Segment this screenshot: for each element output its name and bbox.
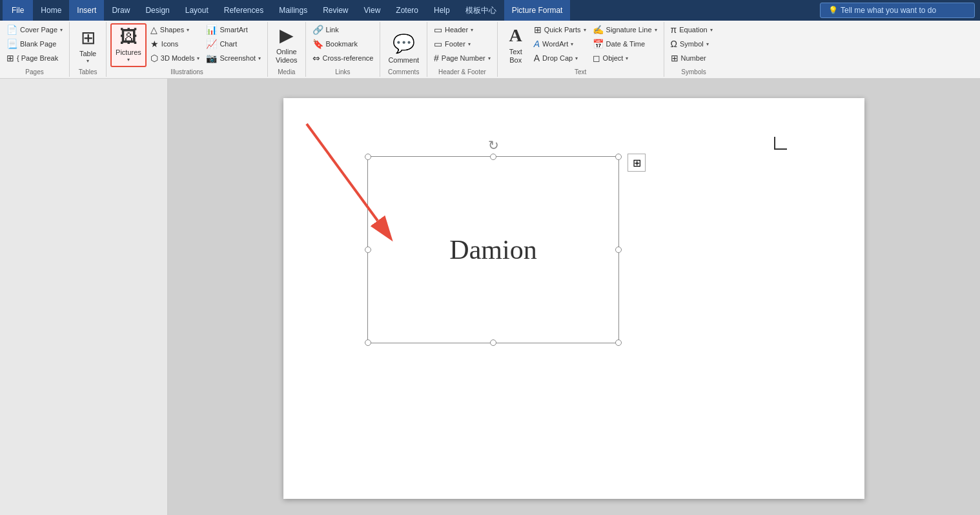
shapes-dropdown: ▾ [187, 27, 189, 34]
signature-line-icon: ✍ [593, 25, 604, 35]
layout-options-button[interactable]: ⊞ [628, 154, 646, 172]
tab-layout[interactable]: Layout [178, 0, 216, 21]
header-dropdown: ▾ [471, 27, 473, 34]
comment-button[interactable]: 💬 Comment [384, 23, 423, 67]
tab-zotero[interactable]: Zotero [388, 0, 426, 21]
smartart-button[interactable]: 📊 SmartArt [203, 23, 263, 37]
ribbon-tab-bar: File Home Insert Draw Design Layout Refe… [0, 0, 980, 21]
equation-icon: π [671, 25, 677, 35]
symbol-button[interactable]: Ω Symbol ▾ [668, 37, 720, 52]
table-button[interactable]: ⊞ Table ▾ [74, 23, 102, 67]
number-label: Number [681, 54, 706, 63]
headerfooter-group-label: Header & Footer [431, 67, 493, 76]
object-button[interactable]: ◻ Object ▾ [590, 52, 660, 66]
symbols-group-label: Symbols [668, 67, 720, 76]
rotate-handle[interactable]: ↻ [485, 137, 501, 153]
tab-insert[interactable]: Insert [69, 0, 104, 21]
tables-group-items: ⊞ Table ▾ [74, 23, 102, 67]
pictures-button[interactable]: 🖼 Pictures ▾ [110, 23, 147, 67]
icons-label: Icons [161, 40, 178, 48]
pages-group-items: 📄 Cover Page ▾ 📃 Blank Page ⊞ { Page Bre… [4, 23, 65, 67]
drop-cap-dropdown: ▾ [575, 56, 578, 62]
layout-options-icon: ⊞ [633, 157, 641, 169]
shapes-label: Shapes [160, 26, 184, 34]
ribbon-group-illustrations: 🖼 Pictures ▾ △ Shapes ▾ ★ Icons ⬡ [107, 22, 268, 77]
drop-cap-button[interactable]: A Drop Cap ▾ [531, 52, 589, 66]
wordart-button[interactable]: A WordArt ▾ [531, 37, 589, 52]
online-videos-button[interactable]: ▶ OnlineVideos [272, 23, 301, 67]
icons-button[interactable]: ★ Icons [148, 37, 203, 52]
quick-parts-icon: ⊞ [534, 25, 542, 35]
handle-middle-right[interactable] [615, 247, 622, 253]
equation-button[interactable]: π Equation ▾ [668, 23, 720, 37]
handle-top-left[interactable] [365, 154, 371, 160]
number-icon: ⊞ [671, 53, 679, 64]
object-dropdown: ▾ [626, 56, 628, 62]
page-number-dropdown: ▾ [488, 56, 491, 62]
drop-cap-icon: A [534, 53, 540, 64]
pictures-dropdown: ▾ [127, 57, 130, 63]
3d-models-button[interactable]: ⬡ 3D Models ▾ [148, 52, 203, 66]
icons-icon: ★ [150, 39, 159, 50]
selection-box[interactable]: ↻ ⊞ Damion [367, 156, 619, 343]
header-button[interactable]: ▭ Header ▾ [431, 23, 493, 37]
chart-button[interactable]: 📈 Chart [203, 37, 263, 52]
tab-help[interactable]: Help [426, 0, 458, 21]
handle-middle-left[interactable] [365, 247, 371, 253]
footer-dropdown: ▾ [468, 41, 471, 48]
page-number-button[interactable]: # Page Number ▾ [431, 52, 493, 66]
signature-text: Damion [449, 234, 536, 265]
link-icon: 🔗 [312, 25, 323, 35]
tab-draw[interactable]: Draw [104, 0, 138, 21]
number-button[interactable]: ⊞ Number [668, 52, 720, 66]
text-box-button[interactable]: A TextBox [502, 23, 530, 67]
bookmark-button[interactable]: 🔖 Bookmark [310, 37, 376, 52]
equation-label: Equation [679, 26, 707, 34]
link-label: Link [326, 26, 339, 34]
footer-button[interactable]: ▭ Footer ▾ [431, 37, 493, 52]
page-number-label: Page Number [442, 54, 485, 63]
symbol-icon: Ω [671, 39, 677, 50]
cover-page-button[interactable]: 📄 Cover Page ▾ [4, 23, 65, 37]
tab-view[interactable]: View [356, 0, 389, 21]
drop-cap-label: Drop Cap [542, 54, 573, 63]
ribbon-commands: 📄 Cover Page ▾ 📃 Blank Page ⊞ { Page Bre… [0, 21, 980, 79]
search-text: Tell me what you want to do [841, 6, 936, 15]
doc-area: ↻ ⊞ Damion [168, 79, 980, 515]
shapes-button[interactable]: △ Shapes ▾ [148, 23, 203, 37]
comment-label: Comment [388, 56, 419, 65]
cross-reference-button[interactable]: ⇔ Cross-reference [310, 52, 376, 66]
pictures-icon: 🖼 [119, 26, 138, 48]
symbol-label: Symbol [680, 40, 704, 48]
tab-mailings[interactable]: Mailings [271, 0, 315, 21]
screenshot-button[interactable]: 📷 Screenshot ▾ [203, 52, 263, 66]
links-buttons: 🔗 Link 🔖 Bookmark ⇔ Cross-reference [310, 23, 376, 66]
signature-line-button[interactable]: ✍ Signature Line ▾ [590, 23, 660, 37]
tab-file[interactable]: File [3, 0, 33, 21]
signature-line-dropdown: ▾ [655, 27, 657, 34]
handle-top-middle[interactable] [490, 154, 496, 160]
quick-parts-button[interactable]: ⊞ Quick Parts ▾ [531, 23, 589, 37]
tab-design[interactable]: Design [138, 0, 177, 21]
page-break-button[interactable]: ⊞ { Page Break [4, 52, 65, 66]
date-time-icon: 📅 [593, 39, 604, 50]
handle-bottom-middle[interactable] [490, 339, 496, 346]
link-button[interactable]: 🔗 Link [310, 23, 376, 37]
tab-home[interactable]: Home [33, 0, 69, 21]
tab-references[interactable]: References [216, 0, 271, 21]
text-box-label: TextBox [509, 48, 522, 65]
lightbulb-icon: 💡 [828, 6, 838, 15]
handle-bottom-left[interactable] [365, 339, 371, 346]
cover-page-label: Cover Page [20, 26, 57, 34]
handle-top-right[interactable] [615, 154, 622, 160]
handle-bottom-right[interactable] [615, 339, 622, 346]
tab-template-center[interactable]: 模板中心 [458, 0, 504, 21]
tab-review[interactable]: Review [315, 0, 356, 21]
links-group-items: 🔗 Link 🔖 Bookmark ⇔ Cross-reference [310, 23, 376, 67]
date-time-label: Date & Time [606, 40, 646, 48]
search-box[interactable]: 💡 Tell me what you want to do [820, 3, 975, 18]
tab-picture-format[interactable]: Picture Format [504, 0, 571, 21]
blank-page-button[interactable]: 📃 Blank Page [4, 37, 65, 52]
date-time-button[interactable]: 📅 Date & Time [590, 37, 660, 52]
page-cursor [774, 137, 787, 150]
